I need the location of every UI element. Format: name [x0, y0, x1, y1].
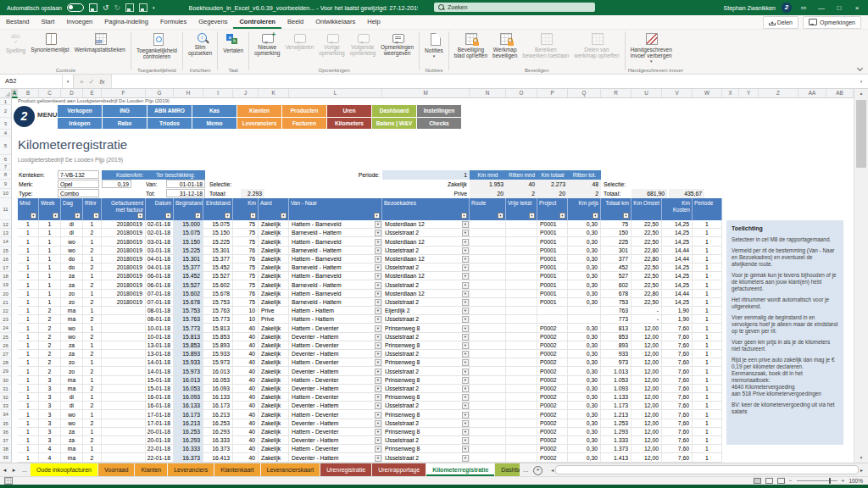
cell[interactable]: 1 [693, 272, 722, 280]
tab-gegevens[interactable]: Gegevens [192, 15, 233, 29]
filter-icon[interactable]: ▾ [250, 213, 256, 219]
kosten-km-value[interactable]: 0,19 [102, 180, 131, 188]
cell[interactable] [470, 350, 506, 358]
cell[interactable]: P0002 [537, 333, 568, 341]
cell[interactable]: P0002 [537, 376, 568, 385]
cell[interactable]: 1 [693, 220, 722, 229]
cell[interactable]: 0,30 [568, 367, 601, 376]
cell[interactable]: 15.602 [174, 290, 203, 298]
row-header-13[interactable]: 13 [0, 229, 12, 237]
page-layout-view-icon[interactable] [765, 478, 773, 484]
cell[interactable]: 06-01-18 [146, 280, 174, 290]
cell[interactable]: 16.053 [174, 385, 203, 393]
cell[interactable]: Hattem - Deventer▾ [289, 358, 382, 367]
cell[interactable]: 04-01-18 [146, 263, 174, 272]
row-header-16[interactable]: 16 [0, 255, 12, 263]
cell[interactable]: 1 [693, 247, 722, 255]
cell[interactable]: 16.213 [174, 419, 203, 428]
cell[interactable]: 75 [233, 237, 259, 247]
dropdown-icon[interactable]: ▾ [462, 325, 469, 332]
cell[interactable]: Mosterdlaan 12▾ [382, 272, 470, 280]
cell[interactable]: 2 [83, 436, 102, 445]
cell[interactable]: 2 [39, 341, 61, 350]
cell[interactable]: 1 [18, 436, 39, 445]
cell[interactable]: Deventer - Hattem▾ [289, 385, 382, 393]
cell[interactable]: 1 [18, 324, 39, 333]
cell[interactable]: 16.093 [174, 393, 203, 402]
dropdown-icon[interactable]: ▾ [375, 291, 381, 297]
cell[interactable]: 3 [39, 402, 61, 410]
cell[interactable] [470, 229, 506, 237]
cell[interactable]: 12,00 [632, 350, 662, 358]
previous-sheet-icon[interactable]: ◂ [0, 463, 9, 476]
table-header-van-naar[interactable]: Van - Naar▾ [289, 198, 382, 220]
dropdown-icon[interactable]: ▾ [462, 412, 469, 419]
cell[interactable]: 301 [601, 247, 632, 255]
cell[interactable]: 1 [18, 237, 39, 247]
cell[interactable]: 0,30 [568, 358, 601, 367]
cell[interactable]: 40 [233, 376, 259, 385]
cell[interactable]: 0,30 [568, 255, 601, 263]
cell[interactable]: 15.225 [174, 247, 203, 255]
cell[interactable]: Hattem - Barneveld▾ [289, 237, 382, 247]
kenteken-value[interactable]: 7-VB-132 [58, 170, 99, 179]
nav-button-kas[interactable]: Kas [192, 105, 236, 117]
cell[interactable]: 14,25 [662, 220, 693, 229]
cell[interactable]: 763 [601, 307, 632, 315]
tab-bestand[interactable]: Bestand [0, 15, 36, 29]
cell[interactable]: 1 [39, 290, 61, 298]
cell[interactable]: P0002 [537, 445, 568, 453]
cell[interactable] [506, 419, 537, 428]
cell[interactable]: 12,00 [632, 358, 662, 367]
cell[interactable] [102, 402, 146, 410]
cell[interactable]: 1 [18, 255, 39, 263]
cell[interactable]: 7,60 [662, 358, 693, 367]
cell[interactable]: 20180019 [102, 247, 146, 255]
cell[interactable] [568, 307, 601, 315]
cell[interactable]: P0001 [537, 220, 568, 229]
cell[interactable]: 12,00 [632, 367, 662, 376]
ribbon-display-options-icon[interactable]: ▭ [798, 4, 810, 11]
dropdown-icon[interactable]: ▾ [462, 351, 469, 358]
cell[interactable]: 1 [693, 385, 722, 393]
cell[interactable]: P0001 [537, 237, 568, 247]
row-header-4[interactable]: 4 [0, 130, 12, 136]
cell[interactable]: 3 [39, 385, 61, 393]
cell[interactable]: P0001 [537, 298, 568, 307]
name-box-dropdown-icon[interactable]: ▾ [63, 75, 74, 88]
cell[interactable]: P0002 [537, 436, 568, 445]
cell[interactable]: Zakelijk [259, 229, 289, 237]
cell[interactable]: za [61, 428, 83, 436]
row-header-18[interactable]: 18 [0, 272, 12, 280]
cell[interactable]: di [61, 393, 83, 402]
sheet-tab-klanten[interactable]: Klanten [135, 463, 167, 476]
cell[interactable]: Prinsenweg 8▾ [382, 445, 470, 453]
dropdown-icon[interactable]: ▾ [375, 420, 381, 427]
row-header-39[interactable]: 39 [0, 453, 12, 463]
cell[interactable] [506, 410, 537, 419]
cell[interactable] [506, 385, 537, 393]
dropdown-icon[interactable]: ▾ [375, 325, 381, 332]
cell[interactable]: 2 [39, 333, 61, 341]
cell[interactable]: 7,60 [662, 445, 693, 453]
cell[interactable]: 15.853 [203, 333, 233, 341]
cell[interactable] [506, 358, 537, 367]
cell[interactable]: 15.853 [174, 341, 203, 350]
filter-icon[interactable]: ▾ [529, 213, 535, 219]
cell[interactable]: P0002 [537, 453, 568, 463]
cell[interactable]: 20-01-18 [146, 428, 174, 436]
cell[interactable]: 40 [233, 419, 259, 428]
cell[interactable]: 2 [83, 315, 102, 324]
cell[interactable]: ma [61, 453, 83, 463]
cell[interactable]: 1 [83, 393, 102, 402]
cell[interactable]: 14-01-18 [146, 367, 174, 376]
filter-icon[interactable]: ▾ [165, 213, 171, 219]
cell[interactable]: 75 [601, 220, 632, 229]
cell[interactable]: Hattem - Deventer▾ [289, 410, 382, 419]
cell[interactable] [102, 393, 146, 402]
cell[interactable] [506, 350, 537, 358]
cell[interactable]: 14,25 [662, 237, 693, 247]
cell[interactable]: Barneveld - Hattem▾ [289, 263, 382, 272]
filter-icon[interactable]: ▾ [498, 213, 504, 219]
cell[interactable]: P0001 [537, 290, 568, 298]
